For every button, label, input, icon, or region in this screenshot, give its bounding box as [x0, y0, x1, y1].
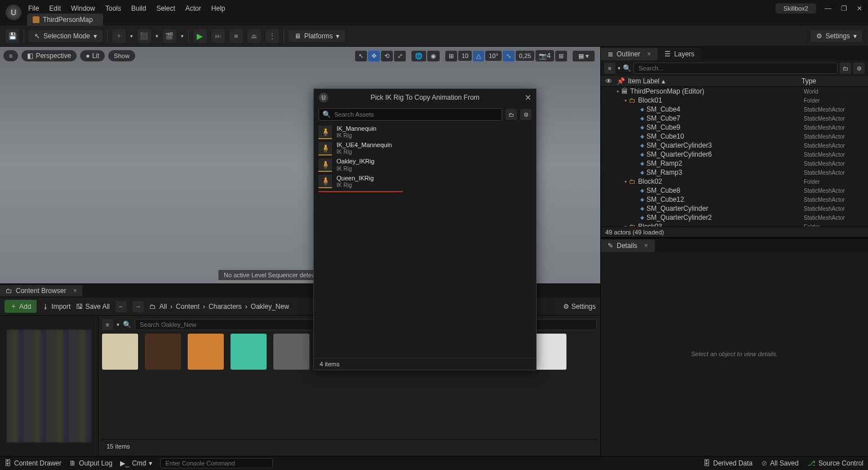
stop-button[interactable]: ■	[229, 29, 243, 43]
asset-item[interactable]	[188, 334, 224, 383]
grid-snap-toggle[interactable]: ⊞	[445, 51, 457, 61]
menu-actor[interactable]: Actor	[185, 5, 201, 12]
source-control-button[interactable]: ⎇ Source Control	[808, 459, 863, 467]
play-button[interactable]: ▶	[193, 29, 207, 43]
dialog-close-button[interactable]: ✕	[525, 93, 532, 102]
tree-row[interactable]: ▾🗀Block01Folder	[601, 96, 868, 105]
translate-tool[interactable]: ✥	[368, 51, 380, 61]
grid-snap-value[interactable]: 10	[458, 51, 472, 61]
tree-row[interactable]: ◆SM_Cube10StaticMeshActor	[601, 132, 868, 141]
chevron-down-icon[interactable]: ▾	[618, 65, 621, 71]
crumb-content[interactable]: Content	[176, 303, 200, 311]
browse-folder-button[interactable]: 🗀	[506, 109, 517, 120]
select-tool[interactable]: ↖	[355, 51, 367, 61]
save-button[interactable]: 💾	[6, 29, 19, 43]
column-type[interactable]: Type	[801, 77, 863, 85]
outliner-filter-button[interactable]: ≡	[604, 63, 615, 74]
user-badge[interactable]: Skillbox2	[776, 3, 816, 14]
angle-snap-value[interactable]: 10°	[485, 51, 502, 61]
eject-button[interactable]: ⏏	[247, 29, 261, 43]
chevron-down-icon[interactable]: ▾	[181, 33, 184, 39]
menu-help[interactable]: Help	[211, 5, 225, 12]
tab-outliner[interactable]: ≣ Outliner ×	[601, 48, 658, 60]
viewport-options-button[interactable]: ≡	[3, 50, 18, 61]
tree-row[interactable]: ◆SM_Cube7StaticMeshActor	[601, 114, 868, 123]
show-dropdown[interactable]: Show	[108, 50, 135, 61]
outliner-search-input[interactable]	[634, 63, 838, 74]
history-fwd-button[interactable]: →	[132, 301, 144, 312]
output-log-button[interactable]: 🗎 Output Log	[69, 459, 112, 467]
source-tree-panel[interactable]	[0, 316, 99, 456]
chevron-down-icon[interactable]: ▾	[156, 33, 158, 39]
visibility-column-icon[interactable]: 👁	[605, 77, 617, 85]
skip-button[interactable]: ⏭	[211, 29, 225, 43]
tree-row[interactable]: ◆SM_QuarterCylinderStaticMeshActor	[601, 204, 868, 213]
menu-window[interactable]: Window	[71, 5, 95, 12]
asset-item[interactable]	[231, 334, 267, 383]
outliner-settings-button[interactable]: ⚙	[853, 63, 865, 74]
cinematics-button[interactable]: 🎬	[163, 29, 176, 43]
crumb-all[interactable]: All	[160, 303, 167, 311]
rig-item[interactable]: 🧍Oakley_IKRigIK Rig	[316, 157, 534, 173]
expand-icon[interactable]: ▾	[617, 89, 619, 94]
column-item-label[interactable]: Item Label ▴	[628, 77, 801, 85]
tree-row[interactable]: ◆SM_Cube9StaticMeshActor	[601, 123, 868, 132]
menu-tools[interactable]: Tools	[105, 5, 121, 12]
rig-item[interactable]: 🧍IK_UE4_MannequinIK Rig	[316, 140, 534, 157]
platforms-dropdown[interactable]: 🖥 Platforms ▾	[289, 30, 346, 42]
cmd-dropdown[interactable]: ▶_ Cmd ▾	[120, 459, 152, 467]
tree-row[interactable]: ◆SM_QuarterCylinder2StaticMeshActor	[601, 213, 868, 222]
derived-data-button[interactable]: 🗄 Derived Data	[703, 459, 752, 467]
add-content-button[interactable]: ＋	[112, 29, 126, 43]
tree-row[interactable]: ◆SM_Cube8StaticMeshActor	[601, 186, 868, 195]
content-drawer-button[interactable]: 🗄 Content Drawer	[5, 459, 61, 467]
tab-content-browser[interactable]: 🗀 Content Browser ×	[0, 285, 82, 296]
tree-row[interactable]: ◆SM_Cube12StaticMeshActor	[601, 195, 868, 204]
world-local-toggle[interactable]: 🌐	[411, 51, 426, 61]
blueprint-button[interactable]: ⬛	[138, 29, 151, 43]
rig-item[interactable]: 🧍IK_MannequinIK Rig	[316, 124, 534, 140]
history-back-button[interactable]: ←	[116, 301, 127, 312]
close-icon[interactable]: ✕	[856, 5, 863, 12]
import-button[interactable]: ⭳ Import	[42, 303, 70, 311]
tab-thirdpersonmap[interactable]: ThirdPersonMap	[27, 14, 103, 26]
asset-item[interactable]	[145, 334, 181, 383]
tree-row[interactable]: ◆SM_QuarterCylinder6StaticMeshActor	[601, 150, 868, 159]
expand-icon[interactable]: ▾	[625, 179, 627, 184]
rig-list[interactable]: 🧍IK_MannequinIK Rig🧍IK_UE4_MannequinIK R…	[314, 123, 536, 358]
tab-details[interactable]: ✎ Details ×	[601, 240, 655, 252]
crumb-characters[interactable]: Characters	[209, 303, 242, 311]
expand-icon[interactable]: ▾	[625, 98, 627, 103]
scale-tool[interactable]: ⤢	[394, 51, 406, 61]
all-saved-label[interactable]: ⊘ All Saved	[761, 459, 799, 467]
tree-row[interactable]: ▾🗀Block03Folder	[601, 222, 868, 227]
menu-select[interactable]: Select	[156, 5, 175, 12]
tab-layers[interactable]: ☰ Layers	[658, 48, 701, 60]
chevron-down-icon[interactable]: ▾	[130, 33, 133, 39]
tree-row[interactable]: ◆SM_QuarterCylinder3StaticMeshActor	[601, 141, 868, 150]
close-tab-icon[interactable]: ×	[73, 287, 77, 295]
selection-mode-dropdown[interactable]: ↖ Selection Mode ▾	[29, 30, 103, 42]
asset-search-field[interactable]: 🔍	[318, 108, 502, 121]
menu-build[interactable]: Build	[131, 5, 147, 12]
play-options-button[interactable]: ⋮	[265, 29, 279, 43]
tree-row[interactable]: ◆SM_Cube4StaticMeshActor	[601, 105, 868, 114]
tree-row[interactable]: ◆SM_Ramp3StaticMeshActor	[601, 168, 868, 177]
add-button[interactable]: ＋ Add	[5, 300, 37, 313]
chevron-down-icon[interactable]: ▾	[117, 322, 119, 327]
asset-item[interactable]	[273, 334, 309, 383]
rig-item[interactable]: 🧍Queen_IKRigIK Rig	[316, 174, 534, 190]
camera-speed[interactable]: 📷 4	[535, 50, 554, 61]
pin-column-icon[interactable]: 📌	[617, 77, 628, 85]
dialog-titlebar[interactable]: U Pick IK Rig To Copy Animation From ✕	[314, 89, 536, 106]
save-all-button[interactable]: 🖫 Save All	[76, 303, 109, 311]
scale-snap-value[interactable]: 0,25	[516, 51, 534, 61]
scale-snap-toggle[interactable]: ⤡	[503, 51, 515, 61]
maximize-icon[interactable]: ❐	[840, 5, 848, 12]
cb-settings-button[interactable]: ⚙ Settings	[563, 303, 596, 311]
new-folder-button[interactable]: 🗀	[840, 63, 851, 74]
crumb-oakley[interactable]: Oakley_New	[251, 303, 289, 311]
tree-row[interactable]: ◆SM_Ramp2StaticMeshActor	[601, 159, 868, 168]
angle-snap-toggle[interactable]: △	[473, 51, 484, 61]
settings-dropdown[interactable]: ⚙ Settings ▾	[811, 30, 862, 42]
